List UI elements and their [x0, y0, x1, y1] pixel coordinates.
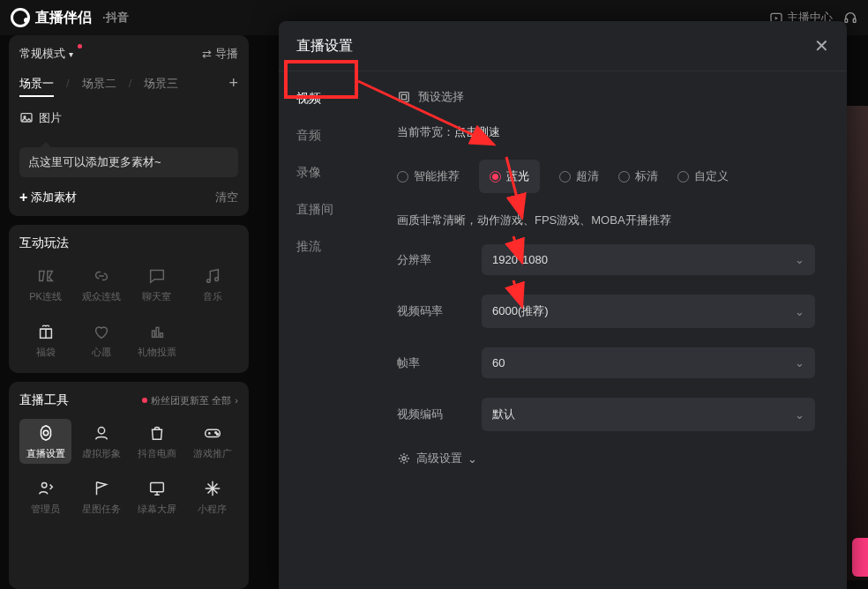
app-name: 直播伴侣 [35, 9, 92, 27]
tab-push[interactable]: 推流 [279, 228, 376, 265]
tool-item-startask[interactable]: 星图任务 [75, 474, 127, 519]
svg-point-15 [214, 432, 216, 434]
tab-room[interactable]: 直播间 [279, 191, 376, 228]
tool-item-greenscreen[interactable]: 绿幕大屏 [131, 474, 183, 519]
modal-tabs: 视频 音频 录像 直播间 推流 [279, 71, 376, 589]
admin-icon [35, 478, 56, 499]
scene-tab-1[interactable]: 场景一 [19, 76, 54, 92]
bandwidth-test-button[interactable]: 点击测速 [454, 124, 500, 140]
bitrate-select[interactable]: 6000(推荐)⌄ [482, 294, 815, 328]
svg-rect-9 [156, 327, 159, 337]
tool-item-settings[interactable]: 直播设置 [19, 419, 71, 464]
tab-record[interactable]: 录像 [279, 154, 376, 191]
svg-rect-18 [150, 483, 163, 492]
scene-tab-2[interactable]: 场景二 [82, 76, 116, 92]
chat-icon [146, 265, 168, 287]
swap-icon: ⇄ [202, 48, 212, 61]
app-subtitle: ·抖音 [102, 10, 129, 26]
quality-radio-group: 智能推荐 蓝光 超清 标清 自定义 [397, 160, 729, 193]
tab-audio[interactable]: 音频 [279, 117, 376, 154]
app-logo: 直播伴侣 ·抖音 [11, 8, 129, 27]
tool-item-admin[interactable]: 管理员 [19, 474, 71, 519]
clear-button[interactable]: 清空 [215, 190, 238, 205]
svg-rect-10 [160, 333, 162, 338]
svg-rect-8 [152, 331, 154, 337]
play-item-audience[interactable]: 观众连线 [75, 262, 127, 307]
tool-panel: 直播工具 粉丝团更新至 全部› 直播设置 虚拟形象 抖音电商 游戏推广 管理员 … [9, 382, 249, 589]
codec-select[interactable]: 默认⌄ [482, 398, 815, 431]
chevron-down-icon: ⌄ [795, 253, 804, 266]
advanced-settings-toggle[interactable]: 高级设置 ⌄ [397, 451, 815, 466]
scene-tab-3[interactable]: 场景三 [144, 76, 178, 92]
image-source-item[interactable]: 图片 [19, 110, 238, 126]
svg-point-21 [402, 457, 406, 460]
radio-bluray[interactable]: 蓝光 [479, 160, 540, 193]
tool-title: 直播工具 [19, 392, 69, 408]
play-item-vote[interactable]: 礼物投票 [131, 317, 183, 362]
fans-update-link[interactable]: 粉丝团更新至 全部› [142, 394, 238, 407]
codec-label: 视频编码 [397, 406, 482, 422]
image-icon [19, 111, 34, 125]
play-item-gift[interactable]: 福袋 [19, 317, 71, 362]
radio-sd[interactable]: 标清 [618, 160, 658, 193]
chevron-down-icon: ⌄ [468, 452, 477, 466]
add-material-tip: 点这里可以添加更多素材~ [19, 147, 238, 177]
add-material-button[interactable]: + 添加素材 [19, 190, 77, 205]
radio-custom[interactable]: 自定义 [677, 160, 729, 193]
side-action-button[interactable] [852, 538, 868, 577]
chevron-down-icon: ⌄ [795, 408, 804, 421]
play-item-wish[interactable]: 心愿 [75, 317, 127, 362]
spark-icon [202, 478, 223, 499]
add-scene-button[interactable]: + [228, 74, 238, 93]
svg-point-6 [214, 278, 218, 281]
radio-ultra[interactable]: 超清 [559, 160, 599, 193]
svg-rect-19 [400, 93, 409, 102]
play-title: 互动玩法 [19, 235, 238, 251]
tool-item-avatar[interactable]: 虚拟形象 [75, 419, 127, 464]
fps-label: 帧率 [397, 355, 482, 371]
logo-icon [11, 8, 30, 27]
bitrate-label: 视频码率 [397, 303, 482, 319]
scene-panel: 常规模式 ▾ ⇄ 导播 场景一 / 场景二 / 场景三 + 图片 [9, 35, 249, 216]
close-icon[interactable]: ✕ [814, 35, 829, 56]
vote-icon [146, 321, 168, 342]
radio-smart[interactable]: 智能推荐 [397, 160, 460, 193]
chevron-down-icon: ⌄ [795, 356, 804, 369]
modal-title: 直播设置 [296, 37, 353, 56]
tool-item-game[interactable]: 游戏推广 [186, 419, 238, 464]
settings-modal: 直播设置 ✕ 视频 音频 录像 直播间 推流 预设选择 当前带宽： 点击测速 [279, 21, 847, 589]
gamepad-icon [202, 422, 223, 444]
svg-point-13 [98, 428, 104, 434]
play-item-music[interactable]: 音乐 [186, 262, 238, 307]
gear-icon [35, 422, 56, 444]
mode-selector[interactable]: 常规模式 ▾ [19, 46, 73, 62]
tool-item-ecommerce[interactable]: 抖音电商 [131, 419, 183, 464]
preset-icon [397, 90, 411, 104]
svg-marker-11 [41, 426, 50, 441]
avatar-icon [91, 422, 112, 444]
svg-point-5 [206, 280, 210, 283]
svg-rect-2 [853, 19, 856, 22]
svg-point-16 [216, 433, 218, 435]
svg-point-17 [41, 483, 47, 488]
tab-video[interactable]: 视频 [279, 80, 376, 117]
music-icon [202, 265, 223, 287]
resolution-select[interactable]: 1920*1080⌄ [482, 244, 815, 275]
play-item-pk[interactable]: PK连线 [19, 262, 71, 307]
chevron-right-icon: › [235, 395, 238, 406]
svg-point-12 [43, 430, 49, 436]
preset-select-link[interactable]: 预设选择 [397, 89, 464, 105]
monitor-icon [146, 478, 168, 499]
heart-icon [91, 321, 112, 342]
chevron-down-icon: ⌄ [795, 305, 804, 318]
bag-icon [146, 422, 168, 444]
guide-button[interactable]: ⇄ 导播 [202, 46, 238, 62]
gift-icon [35, 321, 56, 342]
play-item-chat[interactable]: 聊天室 [131, 262, 183, 307]
pk-icon [35, 265, 56, 287]
fps-select[interactable]: 60⌄ [482, 347, 815, 378]
quality-description: 画质非常清晰，动作游戏、FPS游戏、MOBA开播推荐 [397, 212, 815, 228]
tool-item-miniapp[interactable]: 小程序 [186, 474, 238, 519]
svg-rect-20 [401, 94, 406, 99]
bandwidth-label: 当前带宽： [397, 124, 454, 140]
